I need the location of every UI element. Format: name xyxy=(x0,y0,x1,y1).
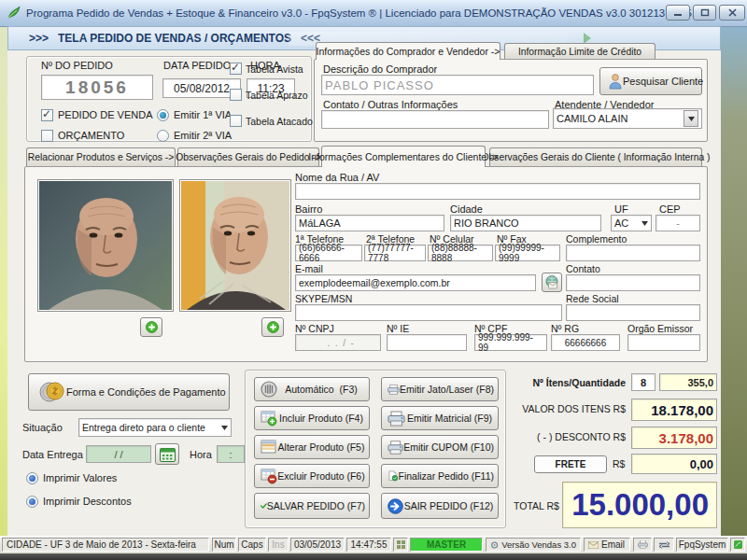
valor-itens-label: VALOR DOS ITENS R$ xyxy=(512,403,626,414)
rg-field[interactable]: 66666666 xyxy=(551,334,620,351)
status-email-label: Email xyxy=(601,539,625,550)
minimize-button[interactable] xyxy=(666,5,690,21)
tel2-field[interactable]: (77)77777-7778 xyxy=(364,245,426,261)
imprimir-valores-radio[interactable] xyxy=(26,472,38,484)
descricao-comprador-field[interactable]: PABLO PICASSO xyxy=(321,75,594,95)
calendar-button[interactable] xyxy=(155,443,179,465)
ie-field[interactable] xyxy=(387,334,467,351)
data-entrega-field[interactable]: / / xyxy=(86,445,151,463)
emitir-matricial-label: Emitir Matricial xyxy=(407,413,472,424)
incluir-produto-button[interactable]: Incluir Produto (F4) xyxy=(254,406,370,430)
ie-label: Nº IE xyxy=(387,323,409,334)
bairro-field[interactable]: MáLAGA xyxy=(295,215,444,231)
email-field[interactable]: exemplodeemail@exemplo.com.br xyxy=(295,274,536,291)
cep-field[interactable]: - xyxy=(655,215,700,231)
tabela-atacado-label: Tabela Atacado xyxy=(246,116,313,127)
window-title: Programa Pedido de Vendas + Estoque & Fi… xyxy=(26,0,704,26)
client-photo-2 xyxy=(181,181,289,310)
rua-field[interactable] xyxy=(295,183,700,200)
cnpj-field[interactable]: . . / - xyxy=(295,334,381,351)
situacao-label: Situação xyxy=(22,422,63,433)
frete-currency-label: R$ xyxy=(613,458,625,469)
excluir-produto-button[interactable]: Excluir Produto (F6) xyxy=(254,464,370,488)
order-number-field[interactable]: 18056 xyxy=(41,75,153,100)
cidade-field[interactable]: RIO BRANCO xyxy=(450,215,601,231)
emitir-cupom-button[interactable]: Emitir CUPOM (F10) xyxy=(381,435,499,459)
valor-itens-field: 18.178,00 xyxy=(631,399,717,421)
salvar-pedido-button[interactable]: SALVAR PEDIDO (F7) xyxy=(254,493,370,519)
tab-observacoes-cliente[interactable]: Observações Gerais do Cliente ( Informaç… xyxy=(489,147,702,166)
cep-label: CEP xyxy=(659,203,681,215)
tab-relacionar-produtos[interactable]: Relacionar Produtos e Serviços -> xyxy=(26,147,176,166)
pedido-venda-checkbox[interactable] xyxy=(41,109,53,121)
tab-limite-credito[interactable]: Informação Limite de Crédito xyxy=(504,43,655,60)
screen-title: >>> TELA PEDIDO DE VENDAS / ORÇAMENTOS <… xyxy=(29,27,320,49)
tel1-field[interactable]: (66)66666-6666 xyxy=(295,245,362,261)
imprimir-descontos-label: Imprimir Descontos xyxy=(43,496,132,507)
tabela-avista-checkbox[interactable] xyxy=(230,63,242,75)
green-plus-icon xyxy=(146,321,158,333)
tabela-aprazo-checkbox[interactable] xyxy=(230,89,242,101)
rede-social-field[interactable] xyxy=(566,304,700,321)
imprimir-descontos-radio[interactable] xyxy=(26,496,38,508)
frete-field: 0,00 xyxy=(631,454,717,474)
chevron-down-icon xyxy=(641,221,648,226)
forma-pagamento-label: Forma e Condições de Pagamento xyxy=(66,386,226,398)
contato-field[interactable] xyxy=(566,274,700,291)
add-photo-button-2[interactable] xyxy=(261,317,284,337)
hora-entrega-field[interactable]: : xyxy=(217,445,245,463)
finalizar-pedido-button[interactable]: Finalizar Pedido (F11) xyxy=(381,464,499,488)
maximize-button[interactable] xyxy=(693,5,716,21)
pesquisar-cliente-button[interactable]: Pesquisar Cliente xyxy=(599,67,702,95)
orgao-emissor-label: Orgão Emissor xyxy=(627,323,693,334)
incluir-label: Incluir Produto xyxy=(279,413,343,424)
quantidade-field: 355,0 xyxy=(659,373,717,391)
alterar-produto-button[interactable]: Alterar Produto (F5) xyxy=(254,435,370,459)
tab-observacoes-pedido[interactable]: Observações Gerais do Pedido -> xyxy=(177,147,319,166)
uf-select[interactable]: AC xyxy=(611,215,652,231)
automatico-button[interactable]: Automático (F3) xyxy=(254,377,370,401)
add-photo-button-1[interactable] xyxy=(140,317,162,337)
emitir-jato-key: (F8) xyxy=(476,384,494,395)
emitir-jato-button[interactable]: Emitir Jato/Laser (F8) xyxy=(381,377,499,401)
emitir-2via-radio[interactable] xyxy=(157,130,169,142)
globe-envelope-icon xyxy=(544,275,559,289)
complemento-field[interactable] xyxy=(566,245,700,261)
orgao-emissor-field[interactable] xyxy=(627,334,700,351)
pedido-venda-label: PEDIDO DE VENDA xyxy=(58,109,152,120)
alterar-key: (F5) xyxy=(346,441,364,453)
tab-comprador-vendedor[interactable]: Informações do Comprador e Vendedor -> xyxy=(316,42,500,60)
client-photo-frame-2 xyxy=(179,179,291,312)
status-email[interactable]: Email xyxy=(584,538,630,552)
hora-entrega-label: Hora xyxy=(190,449,212,460)
connection-icon xyxy=(658,541,670,549)
cpf-field[interactable]: 999.999.999-99 xyxy=(474,334,547,351)
status-connection-seg xyxy=(654,538,674,552)
celular-field[interactable]: (88)88888-8888 xyxy=(428,245,493,261)
table-minus-icon xyxy=(261,468,277,484)
imprimir-valores-label: Imprimir Valores xyxy=(43,472,117,483)
table-edit-icon xyxy=(261,439,277,455)
fax-field[interactable]: (99)99999-9999 xyxy=(495,245,560,261)
desconto-field: 3.178,00 xyxy=(631,427,717,449)
emitir-1via-radio[interactable] xyxy=(157,109,169,121)
send-email-button[interactable] xyxy=(542,273,562,292)
contato-outras-field[interactable] xyxy=(321,110,549,129)
emitir-jato-label: Emitir Jato/Laser xyxy=(400,384,473,395)
emitir-cupom-key: (F10) xyxy=(471,441,494,453)
frete-button[interactable]: FRETE xyxy=(534,455,607,473)
tab-info-complementares[interactable]: Informações Complementares do Cliente -> xyxy=(321,146,486,167)
sair-pedido-button[interactable]: SAIR PEDIDO (F12) xyxy=(381,493,499,519)
situacao-select[interactable]: Entrega direto para o cliente xyxy=(78,418,232,437)
orcamento-checkbox[interactable] xyxy=(41,130,53,142)
tabela-atacado-checkbox[interactable] xyxy=(230,115,242,127)
atendente-vendedor-select[interactable]: CAMILO ALAIN xyxy=(553,108,702,129)
emitir-matricial-key: (F9) xyxy=(474,413,492,424)
close-button[interactable] xyxy=(719,5,745,21)
emitir-matricial-button[interactable]: Emitir Matricial (F9) xyxy=(381,406,499,430)
skype-label: SKYPE/MSN xyxy=(295,293,352,304)
frete-button-label: FRETE xyxy=(535,459,606,469)
skype-field[interactable] xyxy=(295,304,562,321)
desconto-label: ( - ) DESCONTO R$ xyxy=(512,431,626,442)
forma-pagamento-button[interactable]: Forma e Condições de Pagamento xyxy=(28,373,230,411)
